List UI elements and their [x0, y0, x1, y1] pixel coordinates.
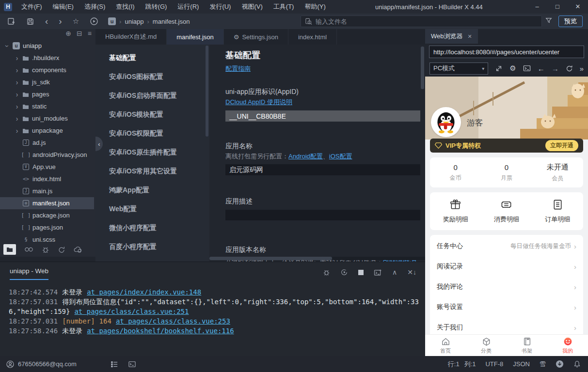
menu-help[interactable]: 帮助(Y): [299, 0, 331, 14]
breadcrumb-project[interactable]: uniapp: [125, 18, 143, 25]
tree-item-manifest-json[interactable]: ⚙ manifest.json: [0, 197, 94, 209]
tree-item-index-html[interactable]: <> index.html: [0, 173, 94, 185]
browser-tab[interactable]: Web浏览器 ✕: [425, 29, 478, 44]
app-desc-input[interactable]: [225, 210, 420, 220]
menu-run[interactable]: 运行(R): [172, 0, 204, 14]
weather-indicator[interactable]: 雪: [540, 360, 546, 369]
menu-view[interactable]: 视图(V): [236, 0, 268, 14]
preview-button[interactable]: 预览: [558, 16, 583, 27]
log-source-link[interactable]: at pages/class/class.vue:251: [74, 308, 189, 315]
menu-select[interactable]: 选择(S): [79, 0, 111, 14]
action-reward-detail[interactable]: 奖励明细: [430, 199, 481, 224]
menu-publish[interactable]: 发行(U): [204, 0, 236, 14]
tab-hbuilderx-readme[interactable]: HBuilderX自述.md: [95, 29, 167, 45]
tree-item-app-vue[interactable]: V App.vue: [0, 161, 94, 173]
tab-home[interactable]: 首页: [425, 335, 466, 356]
restart-icon[interactable]: [340, 268, 348, 276]
menu-task-center[interactable]: 任务中心 每日做任务领海量金币 ›: [430, 236, 583, 256]
chevron-right-icon[interactable]: ›: [15, 127, 19, 135]
browser-settings-gear-icon[interactable]: ⚙: [509, 64, 516, 73]
cursor-line[interactable]: 行:1: [448, 360, 460, 369]
explorer-menu-icon[interactable]: ≡: [88, 30, 92, 37]
nav-module-config[interactable]: 安卓/iOS模块配置: [95, 105, 209, 124]
tree-item-package-json[interactable]: [ ] package.json: [0, 209, 94, 221]
chevron-right-icon[interactable]: ›: [15, 54, 19, 62]
menu-goto[interactable]: 跳转(G): [140, 0, 173, 14]
debug-view-icon[interactable]: [42, 246, 49, 253]
nav-baidu-mp-config[interactable]: 百度小程序配置: [95, 237, 209, 256]
open-external-icon[interactable]: [495, 64, 503, 72]
horizontal-scrollbar[interactable]: [209, 257, 425, 260]
search-view-icon[interactable]: [24, 246, 33, 253]
vip-open-button[interactable]: 立即开通: [545, 140, 578, 151]
terminal-icon[interactable]: [128, 361, 136, 368]
menu-edit[interactable]: 编辑(E): [48, 0, 79, 14]
account-area[interactable]: 676506566@qq.com: [6, 360, 77, 368]
ios-config-link[interactable]: iOS配置: [329, 153, 352, 160]
tree-item-hbuilderx[interactable]: › .hbuilderx: [0, 52, 94, 64]
log-source-link[interactable]: at pages/index/index.vue:148: [87, 288, 201, 296]
browser-back-icon[interactable]: ←: [538, 64, 545, 73]
browser-console-icon[interactable]: [523, 65, 531, 72]
url-input[interactable]: [429, 46, 584, 58]
more-tools-icon[interactable]: »: [580, 64, 584, 73]
stat-membership[interactable]: 未开通 会员: [532, 163, 583, 183]
nav-harmony-config[interactable]: 鸿蒙App配置: [95, 181, 209, 200]
maximize-button[interactable]: □: [547, 0, 568, 14]
android-config-link[interactable]: Android配置: [288, 153, 323, 160]
file-type[interactable]: JSON: [513, 360, 530, 368]
tab-manifest-json[interactable]: manifest.json: [167, 29, 224, 45]
menu-file[interactable]: 文件(F): [16, 0, 48, 14]
collapse-all-icon[interactable]: ⊟: [77, 30, 82, 37]
plugin-cloud-icon[interactable]: [74, 246, 82, 253]
tab-bookshelf[interactable]: 书架: [507, 335, 547, 356]
log-source-link[interactable]: at pages/bookshelf/bookshelf.vue:116: [87, 327, 234, 335]
nav-scrollbar[interactable]: [206, 46, 208, 137]
config-guide-link[interactable]: 配置指南: [225, 64, 251, 73]
notification-bell-icon[interactable]: [573, 360, 581, 368]
stat-monthly-ticket[interactable]: 0 月票: [481, 163, 532, 182]
action-consume-detail[interactable]: 消费明细: [481, 199, 532, 224]
new-terminal-icon[interactable]: [374, 269, 382, 276]
chevron-down-icon[interactable]: ›: [3, 44, 11, 48]
menu-reading-history[interactable]: 阅读记录 ›: [430, 256, 583, 277]
stat-coins[interactable]: 0 金币: [430, 163, 481, 182]
nav-other-settings[interactable]: 安卓/iOS常用其它设置: [95, 162, 209, 181]
menu-my-comments[interactable]: 我的评论 ›: [430, 277, 583, 297]
tree-item-pages[interactable]: › pages: [0, 88, 94, 100]
locate-file-icon[interactable]: ⊕: [65, 30, 71, 37]
action-order-detail[interactable]: 订单明细: [532, 199, 583, 224]
browser-forward-icon[interactable]: →: [552, 64, 559, 73]
search-input[interactable]: [316, 18, 538, 25]
cursor-column[interactable]: 列:1: [464, 360, 476, 369]
menu-account-settings[interactable]: 账号设置 ›: [430, 297, 583, 317]
tree-item-static[interactable]: › static: [0, 100, 94, 112]
chevron-right-icon[interactable]: ›: [15, 103, 19, 110]
run-icon[interactable]: [90, 17, 98, 26]
browser-refresh-icon[interactable]: [566, 65, 573, 72]
appid-input[interactable]: [225, 110, 420, 122]
appid-help-link[interactable]: DCloud AppID 使用说明: [225, 98, 292, 107]
vertical-scrollbar[interactable]: [421, 46, 424, 89]
tree-item-androidprivacy-json[interactable]: [ ] androidPrivacy.json: [0, 149, 94, 161]
menu-tools[interactable]: 工具(T): [268, 0, 300, 14]
update-download-icon[interactable]: [556, 360, 564, 368]
app-name-input[interactable]: [225, 164, 420, 175]
minimize-button[interactable]: –: [527, 0, 547, 14]
nav-icon-config[interactable]: 安卓/iOS图标配置: [95, 67, 209, 86]
tab-settings-json[interactable]: ⚙ Settings.json: [224, 29, 288, 45]
close-button[interactable]: ✕: [568, 0, 588, 14]
tree-item-pages-json[interactable]: [ ] pages.json: [0, 221, 94, 233]
tree-item-uniapp[interactable]: › u uniapp: [0, 40, 94, 52]
tab-category[interactable]: 分类: [466, 335, 507, 356]
console-tab-uniapp-web[interactable]: uniapp - Web: [10, 267, 48, 280]
explorer-view-icon[interactable]: [3, 244, 16, 255]
device-mode-select[interactable]: PC模式 ▾: [429, 62, 488, 75]
nav-weixin-mp-config[interactable]: 微信小程序配置: [95, 218, 209, 237]
nav-native-plugin-config[interactable]: 安卓/iOS原生插件配置: [95, 143, 209, 162]
tree-item-uni-modules[interactable]: › uni_modules: [0, 112, 94, 124]
collapse-panel-icon[interactable]: ∧: [392, 268, 397, 276]
save-icon[interactable]: [26, 17, 34, 26]
nav-permission-config[interactable]: 安卓/iOS权限配置: [95, 124, 209, 143]
file-encoding[interactable]: UTF-8: [485, 360, 503, 368]
